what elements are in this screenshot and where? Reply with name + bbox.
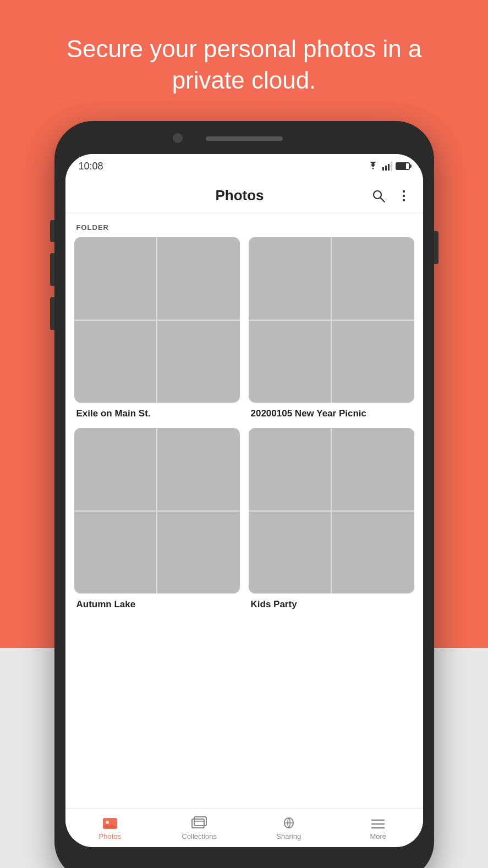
- phone-speaker: [206, 136, 283, 141]
- svg-rect-0: [382, 167, 384, 171]
- photos-nav-icon: [102, 816, 118, 830]
- signal-icon: [382, 162, 392, 171]
- phone-mute-button: [50, 220, 54, 242]
- folder-photo: [157, 321, 240, 403]
- phone-volume-up-button: [50, 253, 54, 286]
- sharing-icon: [281, 816, 297, 830]
- folder-name: Exile on Main St.: [74, 408, 240, 419]
- svg-rect-2: [388, 164, 390, 171]
- phone-power-button: [434, 231, 438, 264]
- phone-volume-down-button: [50, 297, 54, 330]
- folder-name: 20200105 New Year Picnic: [249, 408, 414, 419]
- nav-item-sharing[interactable]: Sharing: [244, 811, 334, 845]
- phone-screen: 10:08: [65, 154, 423, 847]
- folder-name: Autumn Lake: [74, 599, 240, 610]
- more-options-button[interactable]: [396, 188, 412, 204]
- battery-icon: [396, 162, 410, 170]
- more-icon: [370, 816, 386, 830]
- folder-item[interactable]: Exile on Main St.: [74, 237, 240, 419]
- svg-rect-3: [391, 162, 392, 171]
- folder-item[interactable]: Kids Party: [249, 428, 414, 610]
- phone-camera: [173, 133, 183, 143]
- folders-grid: Exile on Main St. 20200105 New Year Picn…: [65, 237, 423, 621]
- folder-photo: [157, 512, 240, 594]
- more-nav-label: More: [370, 832, 386, 840]
- nav-item-more[interactable]: More: [333, 811, 423, 845]
- hero-title: Secure your personal photos in a private…: [0, 0, 488, 112]
- sharing-nav-label: Sharing: [276, 832, 301, 840]
- svg-point-7: [402, 194, 404, 196]
- svg-point-6: [402, 190, 404, 192]
- folder-photo: [249, 428, 331, 510]
- phone-mockup: 10:08: [54, 121, 434, 868]
- folder-photo: [332, 237, 414, 320]
- folder-name: Kids Party: [249, 599, 414, 610]
- nav-item-collections[interactable]: Collections: [155, 811, 244, 845]
- folder-photo: [74, 237, 157, 320]
- app-bar: Photos: [65, 178, 423, 213]
- app-bar-actions: [370, 188, 412, 204]
- status-time: 10:08: [79, 161, 103, 172]
- folder-photo: [74, 428, 157, 510]
- folder-photo: [249, 237, 331, 320]
- more-nav-icon: [370, 816, 386, 830]
- collections-nav-label: Collections: [182, 832, 217, 840]
- content-area: FOLDER Exile on Main St.: [65, 213, 423, 809]
- folder-photo: [157, 428, 240, 510]
- svg-point-10: [106, 821, 109, 824]
- folder-section-header: FOLDER: [65, 213, 423, 237]
- app-title: Photos: [109, 187, 370, 204]
- folder-thumbnail: [74, 237, 240, 403]
- wifi-icon: [367, 162, 379, 171]
- bottom-navigation: Photos Collections: [65, 809, 423, 847]
- folder-photo: [157, 237, 240, 320]
- folder-thumbnail: [249, 428, 414, 594]
- svg-point-8: [402, 199, 404, 201]
- folder-photo: [74, 321, 157, 403]
- folder-photo: [249, 512, 331, 594]
- folder-item[interactable]: 20200105 New Year Picnic: [249, 237, 414, 419]
- folder-photo: [332, 512, 414, 594]
- sharing-nav-icon: [281, 816, 297, 830]
- svg-line-5: [380, 197, 385, 202]
- collections-nav-icon: [191, 816, 207, 830]
- folder-photo: [332, 428, 414, 510]
- nav-item-photos[interactable]: Photos: [65, 811, 155, 845]
- folder-photo: [332, 321, 414, 403]
- folder-photo: [74, 512, 157, 594]
- folder-thumbnail: [74, 428, 240, 594]
- vertical-dots-icon: [397, 189, 411, 203]
- folder-item[interactable]: Autumn Lake: [74, 428, 240, 610]
- status-bar: 10:08: [65, 154, 423, 178]
- search-icon: [371, 189, 386, 203]
- collections-icon: [191, 816, 207, 830]
- photos-nav-label: Photos: [99, 832, 121, 840]
- svg-rect-1: [385, 166, 387, 171]
- search-button[interactable]: [370, 188, 387, 204]
- status-icons: [367, 162, 410, 171]
- folder-photo: [249, 321, 331, 403]
- folder-thumbnail: [249, 237, 414, 403]
- photos-icon: [102, 816, 118, 830]
